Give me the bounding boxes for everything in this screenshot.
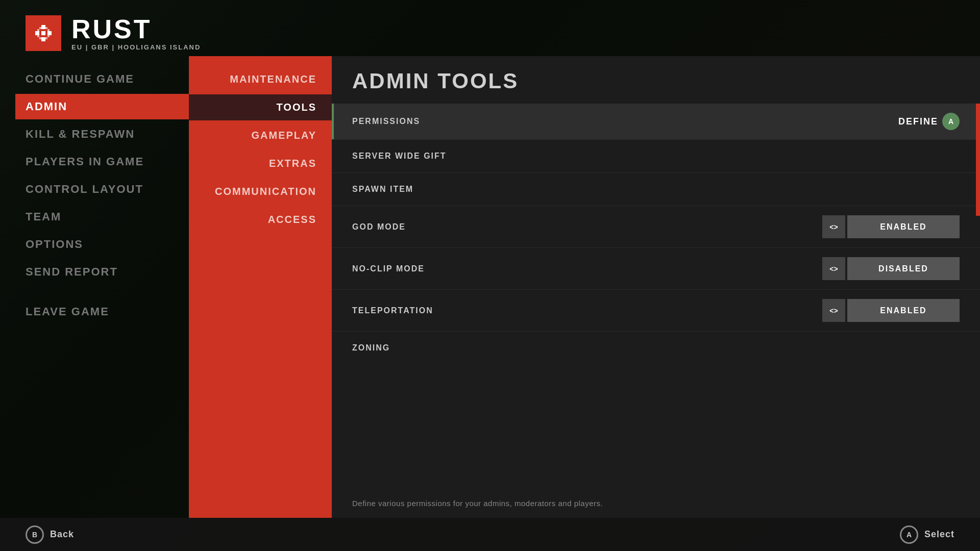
center-item-communication[interactable]: COMMUNICATION bbox=[189, 179, 332, 205]
back-button[interactable]: B Back bbox=[26, 525, 74, 544]
setting-row-god-mode[interactable]: GOD MODE <> ENABLED bbox=[332, 206, 980, 247]
setting-label-teleportation: TELEPORTATION bbox=[352, 306, 822, 315]
svg-rect-5 bbox=[39, 27, 41, 29]
teleportation-value-group: <> ENABLED bbox=[822, 299, 960, 322]
center-item-access[interactable]: ACCESS bbox=[189, 207, 332, 233]
right-header: ADMIN TOOLS bbox=[332, 56, 980, 104]
main-content: CONTINUE GAME ADMIN KILL & RESPAWN PLAYE… bbox=[0, 56, 980, 518]
select-label: Select bbox=[924, 529, 954, 540]
center-item-gameplay[interactable]: GAMEPLAY bbox=[189, 122, 332, 148]
teleportation-arrow[interactable]: <> bbox=[822, 299, 845, 322]
setting-label-permissions: PERMISSIONS bbox=[352, 117, 898, 126]
svg-rect-6 bbox=[45, 27, 47, 29]
god-mode-value-group: <> ENABLED bbox=[822, 215, 960, 238]
sidebar-item-players-in-game[interactable]: PLAYERS IN GAME bbox=[26, 149, 189, 174]
center-item-extras[interactable]: EXTRAS bbox=[189, 151, 332, 177]
sidebar-item-control-layout[interactable]: CONTROL LAYOUT bbox=[26, 177, 189, 202]
setting-label-no-clip-mode: NO-CLIP MODE bbox=[352, 264, 822, 273]
header: RUST EU | GBR | HOOLIGANS ISLAND bbox=[0, 0, 980, 56]
bottom-bar: B Back A Select bbox=[0, 518, 980, 551]
svg-rect-12 bbox=[45, 37, 47, 39]
center-item-maintenance[interactable]: MAINTENANCE bbox=[189, 66, 332, 92]
sidebar-item-kill-respawn[interactable]: KILL & RESPAWN bbox=[26, 121, 189, 147]
svg-rect-9 bbox=[37, 35, 39, 37]
sidebar-item-continue-game[interactable]: CONTINUE GAME bbox=[26, 66, 189, 92]
center-panel: MAINTENANCE TOOLS GAMEPLAY EXTRAS COMMUN… bbox=[189, 56, 332, 518]
define-group: DEFINE A bbox=[898, 113, 960, 130]
svg-rect-11 bbox=[39, 37, 41, 39]
god-mode-value: ENABLED bbox=[847, 215, 960, 238]
teleportation-value: ENABLED bbox=[847, 299, 960, 322]
setting-row-spawn-item[interactable]: SPAWN ITEM bbox=[332, 172, 980, 206]
logo-title: RUST bbox=[71, 16, 201, 42]
logo-box bbox=[26, 15, 61, 51]
settings-list: PERMISSIONS DEFINE A SERVER WIDE GIFT SP… bbox=[332, 104, 980, 489]
description-text: Define various permissions for your admi… bbox=[352, 499, 960, 508]
setting-row-server-wide-gift[interactable]: SERVER WIDE GIFT bbox=[332, 139, 980, 172]
svg-rect-1 bbox=[35, 31, 39, 35]
scroll-indicator bbox=[976, 104, 980, 216]
sidebar-item-send-report[interactable]: SEND REPORT bbox=[26, 259, 189, 285]
svg-rect-2 bbox=[47, 31, 52, 35]
setting-label-spawn-item: SPAWN ITEM bbox=[352, 185, 960, 194]
sidebar-item-admin[interactable]: ADMIN bbox=[15, 94, 189, 119]
svg-rect-0 bbox=[41, 25, 45, 29]
no-clip-value-group: <> DISABLED bbox=[822, 257, 960, 280]
setting-row-permissions[interactable]: PERMISSIONS DEFINE A bbox=[332, 104, 980, 139]
svg-rect-4 bbox=[41, 31, 45, 35]
right-panel-inner: PERMISSIONS DEFINE A SERVER WIDE GIFT SP… bbox=[332, 104, 980, 518]
select-button[interactable]: A Select bbox=[900, 525, 954, 544]
no-clip-value: DISABLED bbox=[847, 257, 960, 280]
page-title: ADMIN TOOLS bbox=[352, 69, 960, 93]
setting-label-zoning: ZONING bbox=[352, 343, 960, 353]
a-badge: A bbox=[942, 113, 960, 130]
svg-rect-7 bbox=[37, 29, 39, 31]
back-key-badge: B bbox=[26, 525, 44, 544]
god-mode-arrow[interactable]: <> bbox=[822, 215, 845, 238]
setting-row-no-clip-mode[interactable]: NO-CLIP MODE <> DISABLED bbox=[332, 247, 980, 289]
svg-rect-8 bbox=[47, 29, 50, 31]
center-item-tools[interactable]: TOOLS bbox=[189, 94, 332, 120]
sidebar-item-team[interactable]: TEAM bbox=[26, 204, 189, 230]
back-label: Back bbox=[50, 529, 74, 540]
setting-row-teleportation[interactable]: TELEPORTATION <> ENABLED bbox=[332, 289, 980, 331]
setting-label-server-wide-gift: SERVER WIDE GIFT bbox=[352, 152, 960, 161]
left-nav: CONTINUE GAME ADMIN KILL & RESPAWN PLAYE… bbox=[0, 56, 189, 518]
no-clip-arrow[interactable]: <> bbox=[822, 257, 845, 280]
define-label: DEFINE bbox=[898, 116, 938, 127]
sidebar-item-leave-game[interactable]: LEAVE GAME bbox=[26, 299, 189, 324]
select-key-badge: A bbox=[900, 525, 918, 544]
setting-label-god-mode: GOD MODE bbox=[352, 222, 822, 232]
server-subtitle: EU | GBR | HOOLIGANS ISLAND bbox=[71, 43, 201, 51]
logo-text: RUST EU | GBR | HOOLIGANS ISLAND bbox=[71, 16, 201, 51]
description-area: Define various permissions for your admi… bbox=[332, 489, 980, 518]
svg-rect-3 bbox=[41, 37, 45, 41]
setting-row-zoning[interactable]: ZONING bbox=[332, 331, 980, 364]
right-panel: ADMIN TOOLS PERMISSIONS DEFINE A bbox=[332, 56, 980, 518]
svg-rect-10 bbox=[47, 35, 50, 37]
sidebar-item-options[interactable]: OPTIONS bbox=[26, 232, 189, 257]
